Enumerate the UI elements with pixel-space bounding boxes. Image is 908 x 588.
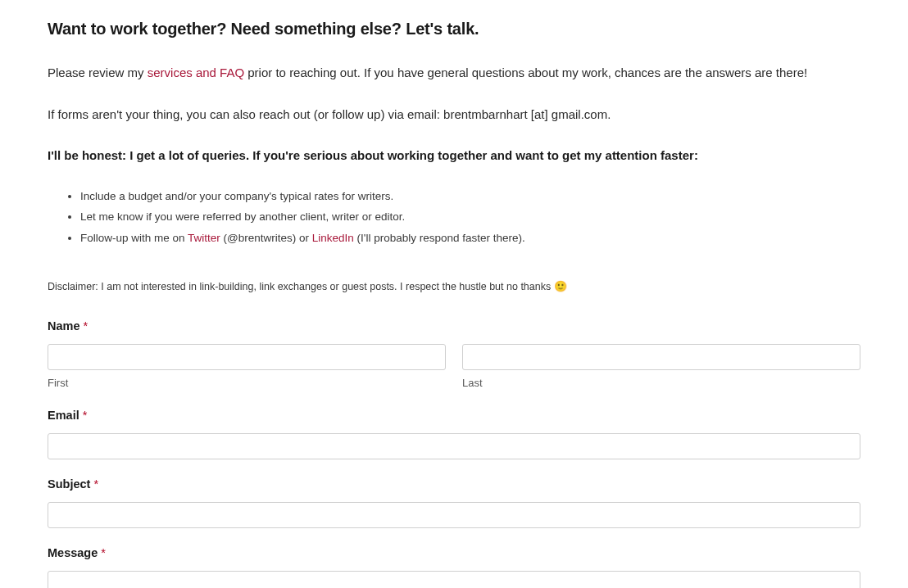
last-sublabel: Last: [462, 375, 860, 391]
disclaimer-text: Disclaimer: I am not interested in link-…: [48, 281, 554, 292]
last-name-input[interactable]: [462, 344, 860, 370]
required-mark: *: [84, 319, 89, 332]
email-input[interactable]: [48, 433, 860, 459]
first-name-input[interactable]: [48, 344, 446, 370]
followup-post: (I'll probably respond faster there).: [354, 232, 525, 244]
message-textarea[interactable]: [48, 571, 860, 588]
message-label: Message *: [48, 545, 860, 563]
smile-emoji-icon: 🙂: [554, 278, 567, 295]
email-label: Email *: [48, 407, 860, 425]
subject-label: Subject *: [48, 476, 860, 494]
list-item: Let me know if you were referred by anot…: [80, 209, 860, 226]
tips-list: Include a budget and/or your company's t…: [48, 188, 860, 248]
linkedin-link[interactable]: LinkedIn: [312, 232, 354, 244]
required-mark: *: [83, 409, 88, 422]
required-mark: *: [93, 477, 98, 491]
message-field-group: Message *: [48, 545, 860, 588]
intro-paragraph: Please review my services and FAQ prior …: [48, 64, 860, 83]
subject-field-group: Subject *: [48, 476, 860, 528]
honest-paragraph: I'll be honest: I get a lot of queries. …: [48, 147, 860, 165]
name-label: Name *: [48, 318, 860, 336]
followup-pre: Follow-up with me on: [80, 232, 188, 244]
email-field-group: Email *: [48, 407, 860, 459]
alt-contact-paragraph: If forms aren't your thing, you can also…: [48, 106, 860, 124]
intro-after: prior to reaching out. If you have gener…: [244, 66, 807, 79]
required-mark: *: [101, 546, 106, 559]
followup-mid: (@brentwrites) or: [220, 232, 312, 244]
intro-before: Please review my: [48, 66, 148, 79]
first-sublabel: First: [48, 375, 446, 391]
name-field-group: Name * First Last: [48, 318, 860, 391]
list-item: Follow-up with me on Twitter (@brentwrit…: [80, 230, 860, 247]
page-title: Want to work together? Need something el…: [48, 16, 860, 41]
list-item: Include a budget and/or your company's t…: [80, 188, 860, 206]
disclaimer-paragraph: Disclaimer: I am not interested in link-…: [48, 278, 860, 295]
services-faq-link[interactable]: services and FAQ: [148, 66, 244, 79]
twitter-link[interactable]: Twitter: [188, 232, 220, 244]
subject-input[interactable]: [48, 502, 860, 528]
